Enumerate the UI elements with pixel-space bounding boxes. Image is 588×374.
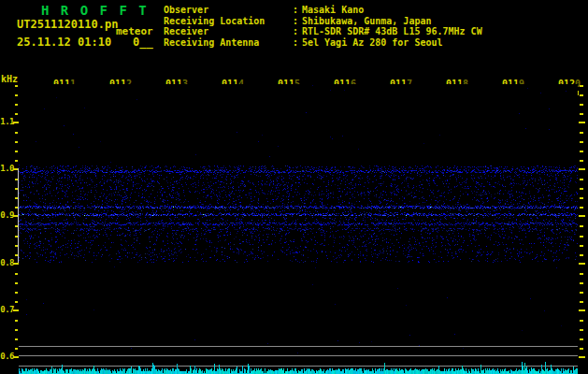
info-label: Receiver <box>164 26 293 37</box>
freq-tick-mark <box>15 320 18 322</box>
freq-tick-mark <box>15 301 18 303</box>
freq-tick-mark <box>15 104 18 106</box>
freq-tick-mark <box>15 141 18 143</box>
freq-tick-mark <box>580 254 583 256</box>
freq-tick-mark <box>579 122 585 123</box>
freq-tick-mark <box>580 329 583 331</box>
freq-tick-mark <box>580 273 583 275</box>
freq-tick-mark <box>580 141 583 143</box>
hrofft-screen: H R O F F T UT2511120110.pn meteor 25.11… <box>0 0 588 374</box>
info-label: Receiving Location <box>164 16 293 27</box>
freq-tick-mark <box>580 132 583 134</box>
freq-tick-mark <box>579 356 585 358</box>
freq-tick-mark <box>580 94 583 96</box>
freq-tick-mark <box>15 329 18 331</box>
echo-count: 0__ <box>133 36 153 49</box>
freq-tick-mark <box>580 225 583 227</box>
info-value: RTL-SDR SDR# 43dB L15 96.7MHz CW <box>302 26 482 37</box>
info-value: Masaki Kano <box>302 5 482 16</box>
freq-tick-mark <box>15 282 18 284</box>
freq-tick-mark <box>580 348 583 350</box>
freq-tick-mark <box>580 104 583 106</box>
freq-tick-mark <box>580 188 583 190</box>
freq-tick-mark <box>579 168 585 170</box>
freq-tick-mark <box>580 179 583 180</box>
info-colon: : <box>293 26 302 37</box>
freq-tick-mark <box>580 245 583 247</box>
freq-tick-label: 0.7 <box>0 305 14 314</box>
station-info-row: Receiving Antenna:5el Yagi Az 280 for Se… <box>164 37 482 49</box>
freq-tick-mark <box>15 273 18 275</box>
freq-tick-mark <box>580 282 583 284</box>
freq-tick-mark <box>15 338 18 340</box>
freq-tick-mark <box>580 160 583 162</box>
station-info-row: Receiver:RTL-SDR SDR# 43dB L15 96.7MHz C… <box>164 26 482 37</box>
time-tick-mark <box>578 91 579 95</box>
app-title: H R O F F T <box>41 3 149 18</box>
freq-tick-mark <box>15 94 18 96</box>
freq-tick-mark <box>580 301 583 303</box>
freq-tick-label: 0.9 <box>0 210 14 220</box>
freq-tick-mark <box>15 85 18 87</box>
freq-axis-unit-label: kHz <box>1 74 18 84</box>
info-label: Receiving Antenna <box>164 37 293 49</box>
info-colon: : <box>293 5 302 16</box>
info-value: 5el Yagi Az 280 for Seoul <box>302 37 482 49</box>
freq-tick-mark <box>580 207 583 209</box>
freq-tick-mark <box>15 292 18 294</box>
freq-tick-mark <box>580 236 583 237</box>
freq-tick-mark <box>15 151 18 152</box>
freq-tick-label: 1.1 <box>0 117 14 126</box>
freq-tick-mark <box>15 348 18 350</box>
freq-tick-label: 1.0 <box>0 164 14 173</box>
freq-tick-mark <box>580 292 583 294</box>
freq-tick-mark <box>15 113 18 115</box>
observed-band-marker <box>18 168 19 263</box>
freq-tick-mark <box>580 85 583 87</box>
freq-tick-mark <box>580 113 583 115</box>
spectrogram-canvas <box>19 84 578 374</box>
freq-tick-mark <box>580 197 583 199</box>
freq-tick-mark <box>580 320 583 322</box>
station-info-row: Receiving Location:Shibukawa, Gunma, Jap… <box>164 16 482 27</box>
station-info-row: Observer:Masaki Kano <box>164 5 482 16</box>
info-colon: : <box>293 37 302 49</box>
freq-tick-mark <box>579 309 585 311</box>
freq-tick-label: 0.8 <box>0 258 14 267</box>
info-value: Shibukawa, Gunma, Japan <box>302 16 482 27</box>
freq-tick-label: 0.6 <box>0 352 14 361</box>
freq-tick-mark <box>15 160 18 162</box>
capture-datetime: 25.11.12 01:10 <box>17 36 111 49</box>
freq-tick-mark <box>580 338 583 340</box>
station-info-block: Observer:Masaki KanoReceiving Location:S… <box>164 5 482 48</box>
freq-tick-mark <box>579 263 585 265</box>
info-colon: : <box>293 16 302 27</box>
freq-tick-mark <box>580 151 583 152</box>
freq-tick-mark <box>15 132 18 134</box>
freq-tick-mark <box>579 215 585 217</box>
info-label: Observer <box>164 5 293 16</box>
capture-filename: UT2511120110.pn <box>17 18 118 31</box>
